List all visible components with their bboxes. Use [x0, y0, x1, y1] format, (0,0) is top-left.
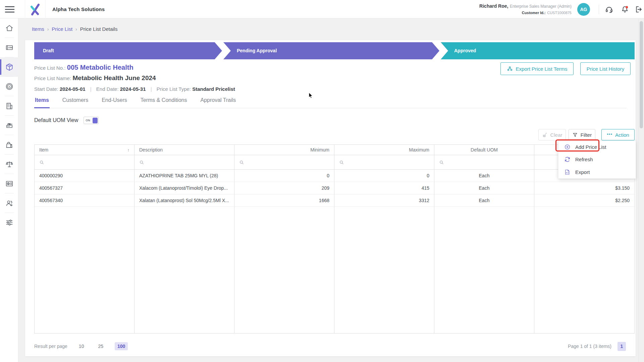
search-minimum-input[interactable] — [234, 155, 334, 170]
table-row-cell[interactable]: 400567340 — [35, 194, 135, 207]
item-header-label: Item — [39, 147, 48, 153]
report-icon — [5, 179, 14, 188]
search-default-uom-input[interactable] — [434, 155, 534, 170]
sidebar-item-users[interactable] — [0, 193, 18, 213]
column-header-minimum[interactable]: Minimum — [234, 145, 334, 155]
sidebar-item-purchases[interactable] — [0, 135, 18, 155]
sidebar-item-settings[interactable] — [0, 213, 18, 232]
breadcrumb-items[interactable]: Items — [32, 26, 44, 32]
filter-label: Filter — [581, 132, 592, 138]
breadcrumb: Items›Price List›Price List Details — [32, 26, 117, 32]
sidebar-item-pricing[interactable]: $ — [0, 77, 18, 96]
clear-button[interactable]: Clear — [538, 129, 566, 140]
column-header-maximum[interactable]: Maximum — [334, 145, 434, 155]
per-page-option-100-selected[interactable]: 100 — [115, 342, 128, 350]
sidebar-item-compliance[interactable] — [0, 155, 18, 174]
search-maximum-input[interactable] — [334, 155, 434, 170]
export-terms-label: Export Price List Terms — [516, 66, 568, 72]
per-page-option-10[interactable]: 10 — [76, 342, 87, 350]
table-empty-area — [434, 207, 534, 333]
table-row-cell[interactable]: 3312 — [334, 194, 434, 207]
plus-circle-icon — [564, 144, 571, 150]
default-uom-toggle[interactable]: ON — [84, 117, 99, 124]
sort-ascending-icon[interactable]: ↑ — [127, 147, 130, 153]
filter-button[interactable]: Filter — [569, 129, 595, 140]
table-row-cell[interactable]: 400000290 — [35, 170, 135, 182]
customer-id-value: CUST1000875 — [547, 11, 572, 15]
column-header-description[interactable]: Description — [135, 145, 234, 155]
price-list-history-button[interactable]: Price List History — [580, 62, 631, 75]
table-row-cell[interactable]: 1668 — [234, 194, 334, 207]
workflow-status-bar: Draft Pending Approval Approved — [34, 42, 635, 59]
table-row-cell[interactable]: Each — [434, 182, 534, 194]
export-price-list-terms-button[interactable]: Export Price List Terms — [500, 62, 574, 75]
tab-customers[interactable]: Customers — [62, 94, 89, 108]
search-item-input[interactable] — [35, 155, 135, 170]
bell-notifications-icon[interactable] — [621, 5, 629, 14]
sidebar-item-crm[interactable]: CRM — [0, 38, 18, 57]
tab-approval-trails[interactable]: Approval Trails — [200, 94, 236, 108]
table-row-cell[interactable]: 209 — [234, 182, 334, 194]
page-scrollbar-thumb[interactable] — [640, 21, 643, 128]
menu-item-refresh[interactable]: Refresh — [558, 153, 636, 166]
table-row-cell[interactable]: 0 — [234, 170, 334, 182]
action-button[interactable]: ••• Action — [601, 129, 635, 140]
tab-items[interactable]: Items — [34, 94, 50, 108]
shopping-bag-icon — [5, 140, 14, 149]
headset-support-icon[interactable] — [605, 5, 613, 14]
breadcrumb-separator: › — [75, 26, 77, 32]
company-name: Alpha Tech Solutions — [52, 0, 105, 18]
sidebar-item-products-active[interactable] — [0, 57, 18, 77]
table-row-cell[interactable]: AZATHIOPRINE TAB 25MG MYL (28) — [135, 170, 234, 182]
table-row-cell[interactable]: $2.250 — [534, 194, 634, 207]
column-header-default-uom[interactable]: Default UOM — [434, 145, 534, 155]
sidebar-item-pos[interactable] — [0, 116, 18, 135]
add-price-list-label: Add Price List — [575, 144, 606, 150]
tab-end-users[interactable]: End-Users — [101, 94, 128, 108]
pdf-export-icon — [507, 66, 513, 72]
menu-item-add-price-list[interactable]: Add Price List — [558, 141, 636, 153]
detail-tabs: Items Customers End-Users Terms & Condit… — [34, 94, 627, 108]
price-list-no-line: Price List No.: 005 Metabolic Health — [34, 64, 133, 71]
table-row-cell[interactable]: 400567327 — [35, 182, 135, 194]
user-info: Richard Roe, Enterprise Sales Manager (A… — [479, 3, 572, 16]
result-per-page-label: Result per page — [34, 344, 67, 349]
table-row-cell[interactable]: 0 — [334, 170, 434, 182]
user-role: Enterprise Sales Manager (Admin) — [510, 4, 572, 9]
package-icon — [5, 63, 14, 71]
table-empty-area — [534, 207, 634, 333]
hamburger-menu-icon[interactable] — [5, 5, 15, 13]
sidebar-item-organization[interactable] — [0, 96, 18, 116]
refresh-icon — [564, 156, 571, 163]
table-empty-area — [234, 207, 334, 333]
filter-funnel-icon — [572, 132, 578, 138]
per-page-option-25[interactable]: 25 — [95, 342, 106, 350]
search-description-input[interactable] — [135, 155, 234, 170]
page-scrollbar-track[interactable] — [638, 18, 644, 362]
avatar[interactable]: AG — [577, 3, 590, 16]
tab-terms-conditions[interactable]: Terms & Conditions — [140, 94, 188, 108]
table-row-cell[interactable]: Each — [434, 194, 534, 207]
table-row-cell[interactable]: Each — [434, 170, 534, 182]
price-list-meta-line: Start Date: 2024-05-01 | End Date: 2024-… — [34, 86, 235, 92]
toggle-state-label: ON — [86, 119, 90, 122]
column-header-item[interactable]: Item ↑ — [35, 145, 135, 155]
balance-scale-icon — [5, 160, 14, 169]
sidebar-item-reports[interactable] — [0, 174, 18, 193]
clear-label: Clear — [550, 132, 562, 138]
app-logo[interactable] — [25, 0, 46, 18]
menu-item-export[interactable]: XLS Export — [558, 166, 636, 178]
table-row-cell[interactable]: Xalatan (Latanoprost) Sol 50Mcg/2.5Ml X.… — [135, 194, 234, 207]
price-list-no-value: 005 Metabolic Health — [67, 64, 133, 71]
sidebar-item-home[interactable] — [0, 18, 18, 38]
table-row-cell[interactable]: Xalacom (Latanoprost/Timolol) Eye Drop..… — [135, 182, 234, 194]
table-row-cell[interactable]: 415 — [334, 182, 434, 194]
search-icon — [339, 160, 344, 165]
top-header: Alpha Tech Solutions Richard Roe, Enterp… — [0, 0, 644, 18]
logout-icon[interactable] — [635, 5, 643, 14]
breadcrumb-separator: › — [47, 26, 49, 32]
table-row-cell[interactable]: $3.150 — [534, 182, 634, 194]
page-1-button[interactable]: 1 — [618, 342, 626, 351]
search-icon — [439, 160, 444, 165]
breadcrumb-price-list[interactable]: Price List — [52, 26, 72, 32]
